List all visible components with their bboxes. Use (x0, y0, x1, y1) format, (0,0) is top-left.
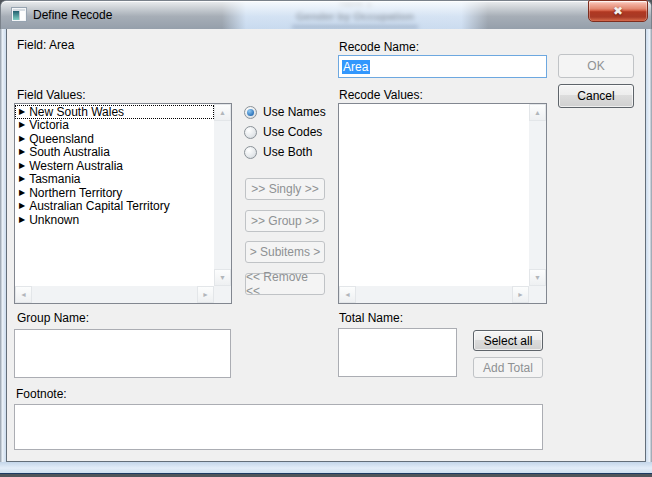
total-name-input[interactable] (338, 328, 457, 377)
radio-use-both[interactable]: Use Both (244, 145, 312, 159)
recode-name-label: Recode Name: (339, 40, 419, 54)
list-item-label: New South Wales (29, 105, 124, 119)
close-button[interactable]: ✖ (588, 0, 648, 22)
list-item-label: Tasmania (29, 172, 80, 186)
app-icon (11, 7, 27, 22)
list-item[interactable]: ▶Western Australia (15, 159, 214, 173)
arrow-left-icon: ◄ (20, 291, 27, 298)
list-item[interactable]: ▶Australian Capital Territory (15, 200, 214, 214)
total-name-label: Total Name: (339, 311, 403, 325)
arrow-up-icon: ▲ (219, 109, 226, 116)
expand-arrow-icon: ▶ (19, 216, 25, 224)
expand-arrow-icon: ▶ (19, 135, 25, 143)
horizontal-scrollbar[interactable]: ◄ ► (15, 286, 214, 303)
list-item-label: Unknown (29, 213, 79, 227)
list-item[interactable]: ▶Victoria (15, 119, 214, 133)
expand-arrow-icon: ▶ (19, 202, 25, 210)
expand-arrow-icon: ▶ (19, 121, 25, 129)
radio-button-icon[interactable] (244, 146, 257, 159)
footnote-label: Footnote: (16, 387, 67, 401)
list-item-label: Queensland (29, 132, 94, 146)
scroll-down-button[interactable]: ▼ (214, 269, 231, 286)
field-values-list: ▶New South Wales▶Victoria▶Queensland▶Sou… (15, 105, 214, 286)
close-icon: ✖ (613, 5, 623, 17)
scroll-left-button[interactable]: ◄ (15, 286, 32, 303)
scroll-up-button[interactable]: ▲ (529, 104, 546, 121)
cancel-button[interactable]: Cancel (558, 84, 634, 108)
radio-button-icon[interactable] (244, 106, 257, 119)
scroll-up-button[interactable]: ▲ (214, 104, 231, 121)
arrow-down-icon: ▼ (219, 274, 226, 281)
list-item[interactable]: ▶South Australia (15, 146, 214, 160)
recode-name-input[interactable]: Area (338, 55, 547, 78)
expand-arrow-icon: ▶ (19, 175, 25, 183)
group-name-label: Group Name: (17, 311, 89, 325)
radio-label: Use Both (263, 145, 312, 159)
list-item[interactable]: ▶Unknown (15, 213, 214, 227)
arrow-down-icon: ▼ (534, 274, 541, 281)
scrollbar-corner (529, 286, 546, 303)
radio-use-names[interactable]: Use Names (244, 105, 326, 119)
selected-text: Area (342, 60, 370, 74)
arrow-up-icon: ▲ (534, 109, 541, 116)
add-total-button[interactable]: Add Total (473, 357, 543, 378)
singly-button[interactable]: >> Singly >> (245, 178, 325, 200)
list-item[interactable]: ▶Queensland (15, 132, 214, 146)
list-item[interactable]: ▶Tasmania (15, 173, 214, 187)
window-border-bottom (0, 462, 652, 474)
list-item-label: Western Australia (29, 159, 123, 173)
list-item[interactable]: ▶New South Wales (15, 105, 214, 119)
radio-use-codes[interactable]: Use Codes (244, 125, 322, 139)
scroll-down-button[interactable]: ▼ (529, 269, 546, 286)
arrow-left-icon: ◄ (344, 291, 351, 298)
recode-values-label: Recode Values: (339, 88, 423, 102)
remove-button[interactable]: << Remove << (245, 273, 325, 295)
arrow-right-icon: ► (202, 291, 209, 298)
recode-values-list (339, 105, 529, 286)
expand-arrow-icon: ▶ (19, 189, 25, 197)
expand-arrow-icon: ▶ (19, 148, 25, 156)
scroll-right-button[interactable]: ► (512, 286, 529, 303)
scrollbar-corner (214, 286, 231, 303)
window-title: Define Recode (33, 8, 112, 22)
list-item-label: South Australia (29, 145, 110, 159)
group-button[interactable]: >> Group >> (245, 210, 325, 232)
window-border-right (646, 29, 652, 474)
window-border-left (0, 29, 6, 474)
arrow-right-icon: ► (517, 291, 524, 298)
field-values-label: Field Values: (17, 88, 85, 102)
radio-button-icon[interactable] (244, 126, 257, 139)
list-item-label: Victoria (29, 118, 69, 132)
radio-label: Use Codes (263, 125, 322, 139)
expand-arrow-icon: ▶ (19, 108, 25, 116)
list-item[interactable]: ▶Northern Territory (15, 186, 214, 200)
select-all-button[interactable]: Select all (473, 330, 543, 351)
list-item-label: Northern Territory (29, 186, 122, 200)
field-label: Field: Area (17, 38, 74, 52)
group-name-input[interactable] (14, 329, 231, 378)
horizontal-scrollbar[interactable]: ◄ ► (339, 286, 529, 303)
list-item-label: Australian Capital Territory (29, 199, 170, 213)
recode-values-listbox: ▲ ▼ ◄ ► (338, 103, 547, 304)
ok-button[interactable]: OK (558, 54, 634, 78)
radio-label: Use Names (263, 105, 326, 119)
vertical-scrollbar[interactable]: ▲ ▼ (214, 104, 231, 286)
footnote-input[interactable] (14, 404, 543, 450)
vertical-scrollbar[interactable]: ▲ ▼ (529, 104, 546, 286)
define-recode-dialog: Table 1 Gender by Occupation Define Reco… (0, 0, 652, 477)
scroll-left-button[interactable]: ◄ (339, 286, 356, 303)
scroll-right-button[interactable]: ► (197, 286, 214, 303)
field-values-listbox: ▶New South Wales▶Victoria▶Queensland▶Sou… (14, 103, 232, 304)
subitems-button[interactable]: > Subitems > (245, 241, 325, 263)
expand-arrow-icon: ▶ (19, 162, 25, 170)
